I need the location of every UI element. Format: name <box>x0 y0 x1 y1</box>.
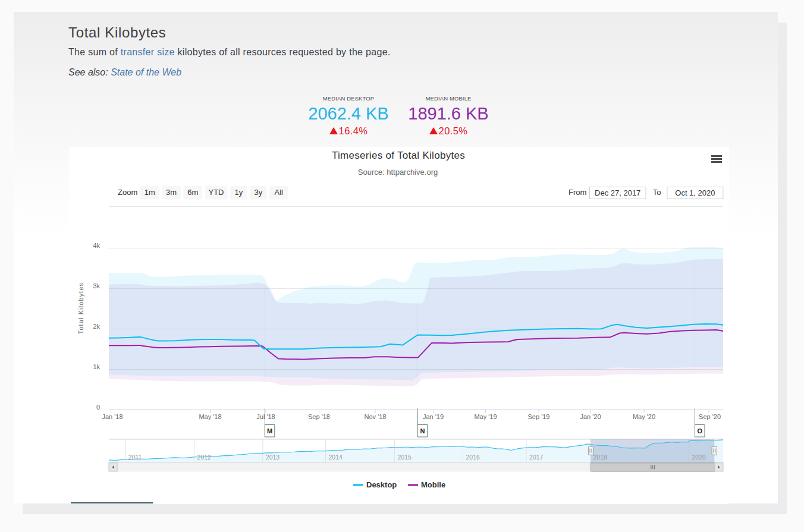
svg-text:M: M <box>267 427 272 435</box>
svg-text:Jan '20: Jan '20 <box>580 413 601 420</box>
svg-text:From: From <box>569 188 586 197</box>
svg-text:2012: 2012 <box>197 453 212 460</box>
svg-text:All: All <box>274 188 283 197</box>
svg-text:2014: 2014 <box>329 453 343 460</box>
svg-text:2k: 2k <box>93 322 100 329</box>
svg-text:Desktop: Desktop <box>366 480 397 489</box>
svg-text:May '20: May '20 <box>633 413 655 420</box>
svg-text:To: To <box>653 188 661 197</box>
svg-text:YTD: YTD <box>209 188 224 197</box>
svg-text:Dec 27, 2017: Dec 27, 2017 <box>595 188 640 197</box>
svg-text:2011: 2011 <box>128 453 142 460</box>
svg-text:Nov '18: Nov '18 <box>365 413 387 420</box>
svg-text:Source: httparchive.org: Source: httparchive.org <box>358 167 438 176</box>
svg-text:Zoom: Zoom <box>118 188 137 197</box>
svg-text:Sep '18: Sep '18 <box>308 413 330 420</box>
svg-text:Total Kilobytes: Total Kilobytes <box>77 282 84 333</box>
svg-text:3m: 3m <box>166 188 177 197</box>
svg-text:Mobile: Mobile <box>421 480 445 489</box>
svg-text:1m: 1m <box>145 188 155 197</box>
svg-text:2016: 2016 <box>466 453 480 460</box>
svg-text:May '18: May '18 <box>199 413 221 420</box>
svg-text:1k: 1k <box>93 363 100 370</box>
svg-text:0: 0 <box>96 403 100 410</box>
svg-text:2020: 2020 <box>692 453 706 460</box>
svg-text:2017: 2017 <box>529 453 544 460</box>
svg-text:Oct 1, 2020: Oct 1, 2020 <box>675 188 715 197</box>
svg-text:Sep '19: Sep '19 <box>528 413 550 420</box>
svg-text:N: N <box>420 427 425 435</box>
svg-text:Jul '18: Jul '18 <box>256 413 275 420</box>
svg-text:May '19: May '19 <box>474 413 497 420</box>
svg-text:6m: 6m <box>187 188 198 197</box>
svg-text:Sep '20: Sep '20 <box>699 413 721 420</box>
svg-text:2015: 2015 <box>398 453 412 460</box>
svg-text:1y: 1y <box>234 188 243 197</box>
svg-text:2018: 2018 <box>593 453 608 460</box>
svg-text:O: O <box>697 427 702 435</box>
svg-text:3k: 3k <box>93 282 100 289</box>
svg-text:Timeseries of Total Kilobytes: Timeseries of Total Kilobytes <box>332 150 465 161</box>
svg-text:Jan '19: Jan '19 <box>423 413 444 420</box>
svg-text:Jan '18: Jan '18 <box>102 413 123 420</box>
svg-text:2013: 2013 <box>266 453 280 460</box>
svg-text:4k: 4k <box>93 241 100 248</box>
svg-text:3y: 3y <box>255 188 263 197</box>
